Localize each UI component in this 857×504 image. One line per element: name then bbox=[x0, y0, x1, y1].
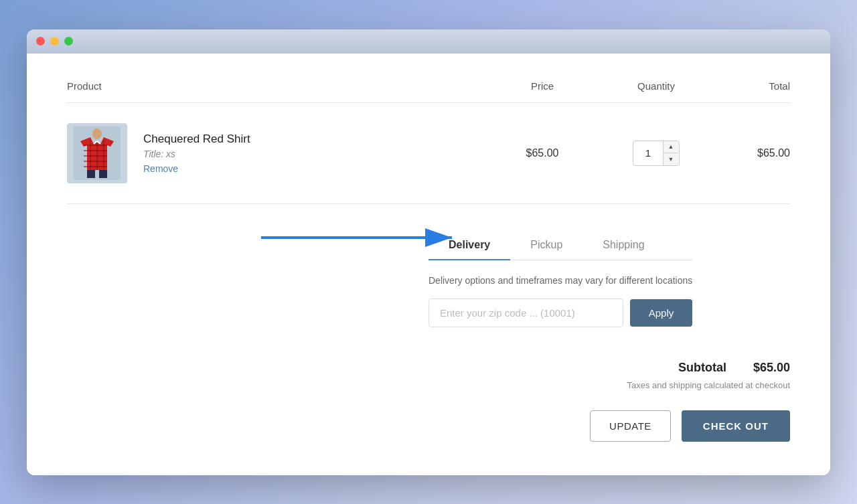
maximize-button[interactable] bbox=[64, 37, 73, 46]
close-button[interactable] bbox=[36, 37, 45, 46]
action-buttons: UPDATE CHECK OUT bbox=[67, 390, 790, 442]
table-row: Chequered Red Shirt Title: xs Remove $65… bbox=[67, 103, 790, 204]
total-column-header: Total bbox=[710, 80, 790, 92]
apply-button[interactable]: Apply bbox=[630, 299, 693, 327]
price-column-header: Price bbox=[482, 80, 603, 92]
product-variant: Title: xs bbox=[143, 149, 250, 159]
tax-note: Taxes and shipping calculated at checkou… bbox=[627, 380, 790, 390]
product-total: $65.00 bbox=[710, 147, 790, 159]
product-details: Chequered Red Shirt Title: xs Remove bbox=[143, 133, 250, 174]
table-header: Product Price Quantity Total bbox=[67, 80, 790, 103]
tab-pickup[interactable]: Pickup bbox=[510, 231, 582, 260]
tab-shipping[interactable]: Shipping bbox=[582, 231, 664, 260]
quantity-cell: ▲ ▼ bbox=[603, 141, 710, 166]
arrow-section: Delivery Pickup Shipping Delivery option… bbox=[67, 204, 790, 334]
subtotal-section: Subtotal $65.00 Taxes and shipping calcu… bbox=[67, 334, 790, 390]
main-content: Product Price Quantity Total bbox=[27, 54, 830, 475]
update-button[interactable]: UPDATE bbox=[590, 410, 671, 442]
quantity-input-wrapper: ▲ ▼ bbox=[633, 141, 680, 166]
remove-link[interactable]: Remove bbox=[143, 163, 250, 174]
product-info: Chequered Red Shirt Title: xs Remove bbox=[67, 123, 482, 183]
subtotal-row: Subtotal $65.00 bbox=[678, 361, 790, 375]
quantity-spinners: ▲ ▼ bbox=[663, 141, 678, 165]
arrow-icon bbox=[254, 211, 469, 264]
zip-input[interactable] bbox=[428, 299, 623, 327]
delivery-description: Delivery options and timeframes may vary… bbox=[428, 274, 692, 288]
quantity-column-header: Quantity bbox=[603, 80, 710, 92]
quantity-decrement[interactable]: ▼ bbox=[664, 153, 678, 165]
zip-row: Apply bbox=[428, 299, 692, 327]
app-window: Product Price Quantity Total bbox=[27, 29, 830, 475]
product-column-header: Product bbox=[67, 80, 482, 92]
svg-point-9 bbox=[92, 129, 102, 139]
svg-rect-10 bbox=[87, 170, 95, 178]
minimize-button[interactable] bbox=[50, 37, 59, 46]
quantity-increment[interactable]: ▲ bbox=[664, 141, 678, 153]
svg-rect-11 bbox=[99, 170, 107, 178]
quantity-input[interactable] bbox=[633, 143, 663, 163]
titlebar bbox=[27, 29, 830, 54]
subtotal-label: Subtotal bbox=[678, 361, 726, 375]
product-image bbox=[67, 123, 127, 183]
product-price: $65.00 bbox=[482, 147, 603, 159]
product-name: Chequered Red Shirt bbox=[143, 133, 250, 146]
subtotal-amount: $65.00 bbox=[753, 361, 790, 375]
checkout-button[interactable]: CHECK OUT bbox=[682, 410, 790, 442]
